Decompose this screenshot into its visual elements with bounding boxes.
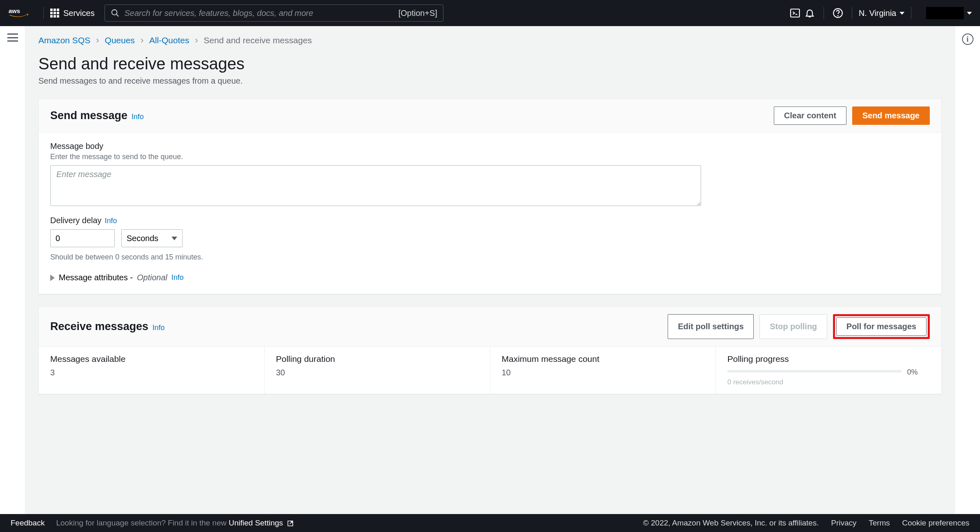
language-hint: Looking for language selection? Find it …: [56, 519, 294, 528]
svg-point-6: [838, 16, 838, 16]
region-selector[interactable]: N. Virginia: [859, 9, 904, 18]
breadcrumb-link[interactable]: All-Quotes: [149, 35, 189, 45]
nav-divider: [852, 7, 852, 19]
feedback-link[interactable]: Feedback: [11, 519, 45, 528]
info-link[interactable]: Info: [131, 113, 144, 121]
svg-point-1: [111, 10, 117, 15]
external-link-icon: [287, 520, 294, 527]
chevron-right-icon: ›: [195, 35, 198, 46]
info-link[interactable]: Info: [152, 324, 165, 332]
unified-settings-link[interactable]: Unified Settings: [229, 519, 283, 527]
side-nav-toggle[interactable]: [7, 33, 18, 42]
nav-divider: [911, 7, 911, 19]
breadcrumb-link[interactable]: Queues: [105, 35, 135, 45]
search-shortcut-hint: [Option+S]: [399, 9, 437, 18]
message-attributes-label: Message attributes -: [59, 273, 133, 282]
max-message-count-label: Maximum message count: [502, 354, 704, 364]
left-rail: [0, 26, 25, 514]
poll-for-messages-button[interactable]: Poll for messages: [836, 317, 927, 336]
notifications-icon[interactable]: [802, 6, 817, 20]
cloudshell-icon[interactable]: [788, 6, 802, 20]
top-nav: aws Services [Option+S] N. Virginia: [0, 0, 980, 26]
clear-content-button[interactable]: Clear content: [774, 106, 846, 125]
services-label: Services: [63, 9, 95, 18]
breadcrumb: Amazon SQS › Queues › All-Quotes › Send …: [38, 35, 942, 46]
terms-link[interactable]: Terms: [869, 519, 890, 528]
breadcrumb-link[interactable]: Amazon SQS: [38, 35, 90, 45]
nav-divider: [43, 7, 44, 19]
polling-progress-bar: [727, 370, 901, 372]
nav-divider: [824, 7, 824, 19]
search-input[interactable]: [125, 9, 394, 18]
account-redacted[interactable]: [926, 7, 964, 19]
delivery-delay-label: Delivery delay: [50, 216, 102, 225]
messages-available-value: 3: [50, 368, 253, 377]
services-grid-icon: [50, 9, 59, 18]
services-menu[interactable]: Services: [50, 9, 95, 18]
delivery-delay-hint: Should be between 0 seconds and 15 minut…: [50, 253, 930, 262]
polling-duration-label: Polling duration: [276, 354, 479, 364]
page-title: Send and receive messages: [38, 55, 942, 73]
messages-available-label: Messages available: [50, 354, 253, 364]
footer: Feedback Looking for language selection?…: [0, 514, 980, 532]
polling-progress-pct: 0%: [907, 368, 918, 377]
chevron-right-icon: ›: [140, 35, 143, 46]
stop-polling-button: Stop polling: [760, 314, 827, 339]
global-search[interactable]: [Option+S]: [105, 4, 443, 22]
info-link[interactable]: Info: [105, 217, 117, 225]
privacy-link[interactable]: Privacy: [831, 519, 856, 528]
edit-poll-settings-button[interactable]: Edit poll settings: [668, 314, 754, 339]
main-content: Amazon SQS › Queues › All-Quotes › Send …: [25, 26, 955, 514]
send-message-panel: Send message Info Clear content Send mes…: [38, 99, 942, 294]
help-icon[interactable]: [831, 6, 845, 20]
receive-messages-panel: Receive messages Info Edit poll settings…: [38, 306, 942, 394]
breadcrumb-current: Send and receive messages: [204, 35, 312, 45]
copyright: © 2022, Amazon Web Services, Inc. or its…: [643, 519, 819, 528]
delivery-delay-input[interactable]: [50, 229, 115, 247]
panel-title: Receive messages: [50, 320, 148, 333]
polling-duration-value: 30: [276, 368, 479, 377]
message-body-label: Message body: [50, 142, 930, 151]
caret-down-icon: [900, 12, 904, 15]
cookie-preferences-link[interactable]: Cookie preferences: [902, 519, 969, 528]
send-message-button[interactable]: Send message: [852, 106, 930, 125]
polling-progress-label: Polling progress: [727, 354, 930, 364]
delivery-delay-unit-select[interactable]: Seconds: [121, 229, 183, 247]
chevron-right-icon: ›: [96, 35, 99, 46]
tutorial-highlight: Poll for messages: [833, 314, 930, 339]
info-link[interactable]: Info: [172, 273, 184, 282]
receive-stats: Messages available 3 Polling duration 30…: [39, 347, 941, 394]
right-rail: i: [955, 26, 980, 514]
svg-text:aws: aws: [9, 7, 20, 14]
message-attributes-toggle[interactable]: Message attributes - Optional Info: [50, 273, 930, 282]
panel-title: Send message: [50, 109, 127, 122]
svg-line-2: [116, 14, 118, 17]
caret-right-icon: [50, 275, 55, 281]
search-icon: [111, 9, 120, 18]
caret-down-icon: [172, 237, 177, 240]
max-message-count-value: 10: [502, 368, 704, 377]
caret-down-icon: [967, 12, 972, 15]
page-subtitle: Send messages to and receive messages fr…: [38, 76, 942, 86]
help-panel-toggle[interactable]: i: [962, 33, 973, 45]
message-body-desc: Enter the message to send to the queue.: [50, 153, 930, 161]
message-body-input[interactable]: [50, 165, 701, 206]
polling-rate: 0 receives/second: [727, 378, 930, 386]
region-label: N. Virginia: [859, 9, 896, 18]
select-value: Seconds: [127, 234, 158, 243]
aws-logo[interactable]: aws: [8, 7, 29, 19]
optional-label: Optional: [137, 273, 167, 282]
